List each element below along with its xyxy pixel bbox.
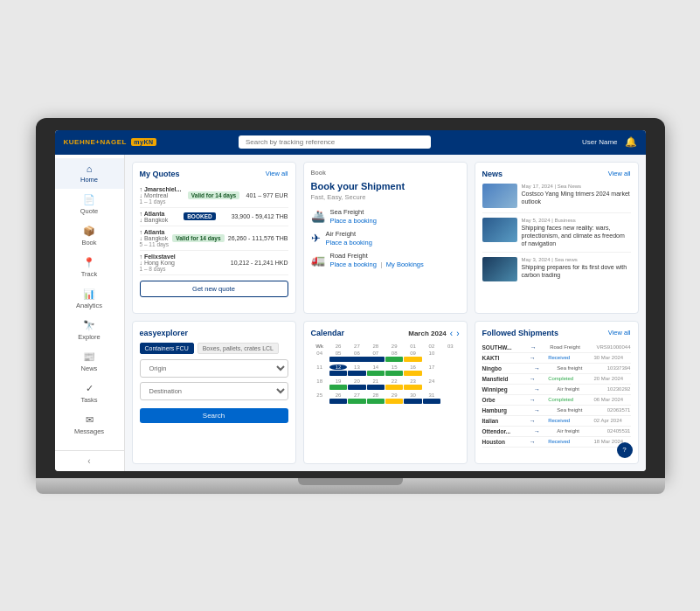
calendar-header: Calendar March 2024 ‹ › <box>311 329 460 338</box>
sidebar-item-news[interactable]: 📰 News <box>55 346 124 378</box>
sidebar-item-book[interactable]: 📦 Book <box>55 220 124 252</box>
ship-status-5: Completed <box>548 397 581 402</box>
news-meta-0: May 17, 2024 | Sea News <box>522 184 631 189</box>
destination-select[interactable]: Destination <box>140 382 288 400</box>
shipments-viewall[interactable]: View all <box>608 329 631 337</box>
help-label: ? <box>622 446 626 454</box>
quote-item-3: ↑ Felixstavel ↓ Hong Kong 1 – 8 days 10,… <box>140 251 288 275</box>
ship-arrow-6: → <box>534 407 540 413</box>
cal-week-1: 04 05 06 07 08 09 10 <box>311 351 460 362</box>
explorer-search-button[interactable]: Search <box>140 408 288 423</box>
content-grid: My Quotes View all ↑ Jmarschiel... ↓ Mon… <box>125 155 646 471</box>
topnav-right: User Name 🔔 <box>582 136 636 148</box>
username: User Name <box>582 138 617 146</box>
news-image-2 <box>482 257 517 281</box>
sidebar-item-track[interactable]: 📍 Track <box>55 252 124 283</box>
ship-origin-0: SOUTHW... <box>482 344 517 351</box>
quote-item-0: ↑ Jmarschiel... ↓ Montreal 1 – 1 days Va… <box>140 184 288 208</box>
ship-id-6: 02063571 <box>607 407 631 413</box>
cal-header-27: 27 <box>348 344 365 349</box>
quote-price-2: 26,260 - 111,576 THB <box>228 235 288 241</box>
calendar-grid: Wk 26 27 28 29 01 02 03 <box>311 344 460 404</box>
road-freight-option: 🚛 Road Freight Place a booking | My Book… <box>311 252 460 268</box>
quote-status-2: Valid for 14 days <box>172 234 224 242</box>
news-viewall[interactable]: View all <box>608 170 631 177</box>
ship-origin-2: Ningbo <box>482 365 517 371</box>
cal-header-03: 03 <box>441 344 459 349</box>
quote-item-2: ↑ Atlanta ↓ Bangkok 5 – 11 days Valid fo… <box>140 226 288 251</box>
quote-to-0: ↓ Montreal <box>140 192 182 198</box>
news-headline-0[interactable]: Costsco Yang Ming trimers 2024 market ou… <box>522 190 631 205</box>
sidebar-item-messages[interactable]: ✉ Messages <box>55 409 124 441</box>
quote-price-0: 401 – 977 EUR <box>246 192 288 198</box>
sidebar-item-analytics[interactable]: 📊 Analytics <box>55 283 124 315</box>
sidebar-label-quote: Quote <box>80 207 98 215</box>
sidebar-collapse[interactable]: ‹ <box>55 450 124 471</box>
sidebar: ⌂ Home 📄 Quote 📦 Book 📍 <box>55 155 125 471</box>
sidebar-label-track: Track <box>81 270 97 278</box>
road-freight-link1[interactable]: Place a booking <box>330 260 377 268</box>
explorer-title: easyexplorer <box>140 329 189 337</box>
calendar-next[interactable]: › <box>456 329 459 338</box>
news-headline-2[interactable]: Shipping prepares for its first dove wit… <box>522 263 631 279</box>
ship-date-7: 02 Apr 2024 <box>593 418 630 423</box>
bell-icon[interactable]: 🔔 <box>625 136 637 148</box>
origin-select[interactable]: Origin <box>140 359 288 378</box>
ship-arrow-8: → <box>534 428 540 434</box>
cal-header-wk: Wk <box>311 344 329 349</box>
ship-status-1: Received <box>548 355 581 360</box>
news-headline-1[interactable]: Shipping faces new reality: wars, protec… <box>522 224 631 247</box>
shipment-row-7: Italian → Received 02 Apr 2024 <box>482 416 631 427</box>
quote-to-1: ↓ Bangkok <box>140 217 169 223</box>
shipment-row-4: Winnipeg → Air freight 10230292 <box>482 385 631 395</box>
news-item-2: May 3, 2024 | Sea news Shipping prepares… <box>482 257 631 286</box>
air-freight-content: Air Freight Place a booking <box>326 230 372 246</box>
help-button[interactable]: ? <box>617 442 633 458</box>
news-item-0: May 17, 2024 | Sea News Costsco Yang Min… <box>482 184 631 213</box>
news-item-1: May 5, 2024 | Business Shipping faces ne… <box>482 218 631 253</box>
cal-header-02: 02 <box>423 344 440 349</box>
air-freight-label: Air Freight <box>326 230 372 238</box>
quote-route-3: ↑ Felixstavel ↓ Hong Kong 1 – 8 days <box>140 253 176 272</box>
sidebar-item-tasks[interactable]: ✓ Tasks <box>55 378 124 409</box>
air-freight-link[interactable]: Place a booking <box>326 239 372 246</box>
explorer-card: easyexplorer Containers FCU Boxes, palle… <box>132 321 296 464</box>
air-freight-icon: ✈ <box>311 232 321 245</box>
sidebar-label-explore: Explore <box>78 333 100 341</box>
quote-from-0: ↑ Jmarschiel... <box>140 186 182 192</box>
sea-freight-link[interactable]: Place a booking <box>330 217 377 225</box>
ship-origin-8: Ottendor... <box>482 428 517 434</box>
sea-freight-icon: 🚢 <box>311 210 325 223</box>
tab-fcu[interactable]: Containers FCU <box>140 343 194 354</box>
ship-id-8: 02405531 <box>607 428 631 434</box>
road-link-sep: | <box>380 260 382 268</box>
sidebar-item-home[interactable]: ⌂ Home <box>55 158 124 189</box>
ship-type-0: Road Freight <box>550 344 583 350</box>
sidebar-label-home: Home <box>80 176 98 184</box>
quote-price-3: 10,212 - 21,241 HKD <box>231 260 288 266</box>
sidebar-item-explore[interactable]: 🔭 Explore <box>55 315 124 346</box>
calendar-card: Calendar March 2024 ‹ › Wk 26 <box>303 321 468 464</box>
sea-freight-content: Sea Freight Place a booking <box>330 208 377 225</box>
sidebar-item-quote[interactable]: 📄 Quote <box>55 189 124 220</box>
road-freight-links: Place a booking | My Bookings <box>330 260 424 268</box>
explorer-tabs: Containers FCU Boxes, pallets, crates LC… <box>140 343 288 354</box>
get-new-quote-button[interactable]: Get new quote <box>140 281 288 297</box>
search-input[interactable] <box>239 135 431 149</box>
cal-header-01: 01 <box>404 344 421 349</box>
ship-origin-1: KAKTI <box>482 355 517 361</box>
road-freight-link2[interactable]: My Bookings <box>386 260 424 268</box>
book-title: Book your Shipment <box>311 181 460 191</box>
quotes-title: My Quotes <box>140 170 180 178</box>
book-icon: 📦 <box>83 226 95 237</box>
tab-lcl[interactable]: Boxes, pallets, crates LCL <box>198 343 279 354</box>
ship-status-9: Received <box>548 439 581 444</box>
quotes-viewall[interactable]: View all <box>266 170 288 177</box>
sidebar-label-analytics: Analytics <box>76 302 102 309</box>
search-container <box>239 135 431 149</box>
quote-from-3: ↑ Felixstavel <box>140 253 176 260</box>
shipment-row-3: Mansfield → Completed 20 Mar 2024 <box>482 374 631 385</box>
sea-freight-option: 🚢 Sea Freight Place a booking <box>311 208 460 225</box>
calendar-prev[interactable]: ‹ <box>450 329 453 338</box>
quote-to-3: ↓ Hong Kong <box>140 260 176 266</box>
